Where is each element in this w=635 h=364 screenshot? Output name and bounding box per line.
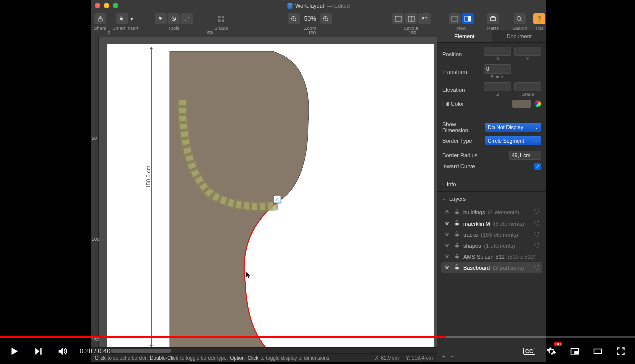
select-layer-icon[interactable] (533, 220, 540, 227)
lock-icon[interactable] (453, 264, 460, 271)
layer-row[interactable]: tracks (183 elements) (441, 229, 542, 240)
position-y-field[interactable] (514, 47, 541, 56)
view-inspector-button[interactable] (462, 13, 474, 24)
window-close-icon[interactable] (95, 3, 100, 8)
elevation-z-field[interactable] (484, 82, 511, 91)
canvas[interactable]: 150.0 cm A B (99, 37, 437, 347)
theater-button[interactable] (591, 344, 605, 358)
video-time: 0:28 / 0:40 (80, 347, 110, 355)
miniplayer-button[interactable] (568, 344, 582, 358)
smart-insert-button[interactable] (116, 13, 128, 24)
dropdown-icon[interactable]: ▾ (129, 13, 134, 24)
tool-measure[interactable] (181, 13, 193, 24)
zoom-in-button[interactable] (320, 13, 332, 24)
select-layer-icon[interactable] (533, 231, 540, 238)
svg-rect-20 (455, 223, 458, 226)
fill-color-swatch[interactable] (512, 100, 531, 108)
rotate-field[interactable]: 0 (484, 64, 511, 74)
lock-icon[interactable] (453, 231, 460, 238)
lock-icon[interactable] (453, 220, 460, 227)
svg-rect-29 (455, 256, 458, 259)
settings-button[interactable]: HD (544, 344, 558, 358)
layout-split-button[interactable] (405, 13, 417, 24)
lock-icon[interactable] (453, 253, 460, 260)
layer-row[interactable]: maerklin M (6 elements) (441, 218, 542, 229)
svg-point-15 (517, 16, 521, 20)
shape-grid-icon[interactable] (215, 13, 227, 24)
anchor-a[interactable]: A (274, 196, 281, 203)
border-type-label: Border Type (442, 138, 482, 144)
toolbar: Share ▾ Smart Insert (91, 11, 546, 30)
layer-name: maerklin M (463, 221, 490, 227)
svg-rect-21 (535, 221, 539, 225)
show-dimension-select[interactable]: Do Not Display⌄ (485, 123, 541, 132)
tab-document[interactable]: Document (492, 30, 547, 42)
fullscreen-button[interactable] (614, 344, 628, 358)
layer-row[interactable]: AMS Splash 512 (500 x 500) (441, 251, 542, 262)
svg-point-30 (446, 267, 448, 268)
visibility-icon[interactable] (443, 221, 450, 227)
title-bar: Work.layout — Edited (91, 0, 546, 11)
select-layer-icon[interactable] (533, 264, 540, 271)
window-zoom-icon[interactable] (113, 3, 118, 8)
svg-rect-18 (535, 210, 539, 214)
layout-3d-button[interactable]: 3D (418, 13, 431, 24)
svg-rect-13 (468, 16, 471, 21)
svg-rect-4 (218, 19, 221, 22)
color-picker-button[interactable] (534, 100, 541, 107)
select-layer-icon[interactable] (533, 242, 540, 249)
svg-rect-3 (222, 16, 224, 18)
visibility-icon[interactable] (443, 209, 450, 215)
svg-point-19 (446, 223, 448, 224)
hd-badge: HD (554, 342, 562, 346)
layer-count: (4 elements) (488, 209, 519, 215)
select-layer-icon[interactable] (533, 209, 540, 216)
next-button[interactable] (31, 344, 45, 358)
lock-icon[interactable] (453, 242, 460, 249)
visibility-icon[interactable] (443, 254, 450, 260)
svg-rect-11 (452, 16, 458, 21)
inward-curve-checkbox[interactable]: ✓ (534, 163, 541, 170)
border-radius-field[interactable]: 49,1 cm (509, 151, 541, 160)
visibility-icon[interactable] (443, 243, 450, 249)
layer-row[interactable]: Baseboard (2 partitions) (441, 262, 542, 273)
fill-color-label: Fill Color (442, 101, 509, 107)
view-normal-button[interactable] (449, 13, 461, 24)
tab-element[interactable]: Element (437, 30, 492, 42)
lock-icon[interactable] (453, 209, 460, 216)
tips-button[interactable]: ? (533, 13, 545, 24)
position-x-field[interactable] (484, 47, 511, 56)
window-minimize-icon[interactable] (104, 3, 109, 8)
zoom-out-button[interactable] (288, 13, 300, 24)
layers-section-header[interactable]: ⌄ Layers (437, 191, 546, 206)
tool-select[interactable] (155, 13, 167, 24)
svg-rect-32 (535, 265, 539, 269)
svg-point-28 (446, 256, 448, 257)
layer-row[interactable]: shapes (1 elements) (441, 240, 542, 251)
zoom-value[interactable]: 50% (301, 15, 319, 22)
search-button[interactable] (514, 13, 526, 24)
border-radius-label: Border Radius (442, 152, 506, 158)
dimension-line (151, 47, 152, 347)
layer-row[interactable]: buildings (4 elements) (441, 207, 542, 218)
play-button[interactable] (7, 344, 21, 358)
parts-button[interactable] (487, 13, 499, 24)
visibility-icon[interactable] (443, 232, 450, 238)
svg-point-25 (446, 245, 448, 246)
tool-delete[interactable] (168, 13, 180, 24)
chevron-down-icon: ⌄ (442, 196, 446, 201)
volume-button[interactable] (55, 344, 69, 358)
layout-2d-button[interactable] (392, 13, 404, 24)
ruler-vertical: 50 100 150 (91, 37, 99, 347)
cursor-icon (246, 272, 251, 279)
captions-button[interactable]: CC (523, 348, 535, 355)
svg-rect-14 (491, 17, 496, 21)
info-section-header[interactable]: › Info (437, 177, 546, 191)
border-type-select[interactable]: Circle Segment⌄ (485, 136, 541, 145)
visibility-icon[interactable] (443, 265, 450, 271)
baseboard-shape[interactable] (107, 44, 434, 347)
svg-rect-23 (455, 234, 458, 237)
grade-field[interactable] (514, 82, 541, 91)
share-button[interactable] (94, 13, 106, 24)
chevron-right-icon: › (442, 182, 444, 187)
